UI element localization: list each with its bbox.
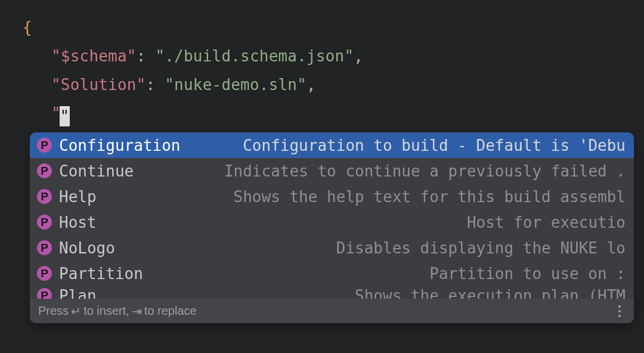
- popup-footer: Press ↵ to insert, ⇥ to replace: [30, 299, 634, 323]
- code-line-2: "$schema": "./build.schema.json",: [0, 42, 644, 70]
- autocomplete-popup[interactable]: P Configuration Configuration to build -…: [30, 132, 634, 323]
- suggestion-item[interactable]: P Help Shows the help text for this buil…: [30, 184, 634, 209]
- suggestion-name: Plan: [59, 287, 178, 299]
- property-icon: P: [37, 266, 52, 281]
- suggestion-desc: Partition to use on :: [178, 265, 626, 283]
- suggestion-name: Partition: [59, 265, 178, 283]
- suggestion-name: Host: [59, 213, 178, 231]
- json-key: "Solution": [51, 76, 146, 94]
- code-line-1: {: [0, 13, 644, 42]
- suggestion-item[interactable]: P Configuration Configuration to build -…: [30, 132, 634, 158]
- hint-text: Press: [38, 304, 69, 318]
- code-line-3: "Solution": "nuke-demo.sln",: [0, 70, 644, 99]
- suggestion-item[interactable]: P Partition Partition to use on :: [30, 261, 634, 286]
- tab-key-icon: ⇥: [132, 304, 142, 318]
- suggestion-name: NoLogo: [59, 239, 178, 257]
- suggestion-desc: Host for executio: [178, 213, 626, 231]
- suggestion-list[interactable]: P Configuration Configuration to build -…: [30, 132, 634, 299]
- suggestion-desc: Disables displaying the NUKE lo: [178, 239, 626, 257]
- code-editor[interactable]: { "$schema": "./build.schema.json", "Sol…: [0, 0, 644, 353]
- property-icon: P: [37, 240, 52, 255]
- brace-open: {: [23, 18, 32, 36]
- property-icon: P: [37, 163, 52, 178]
- json-value: "./build.schema.json": [155, 47, 354, 65]
- hint-text: to replace: [144, 304, 197, 318]
- suggestion-desc: Indicates to continue a previously faile…: [178, 162, 626, 180]
- property-icon: P: [37, 138, 52, 153]
- property-icon: P: [37, 189, 52, 204]
- suggestion-name: Configuration: [59, 137, 181, 154]
- footer-hint: Press ↵ to insert, ⇥ to replace: [38, 304, 614, 318]
- json-key: "$schema": [51, 47, 137, 65]
- enter-key-icon: ↵: [71, 304, 81, 318]
- suggestion-item[interactable]: P Host Host for executio: [30, 209, 634, 235]
- hint-text: to insert,: [83, 304, 129, 318]
- property-icon: P: [37, 288, 52, 299]
- suggestion-desc: Configuration to build - Default is 'Deb…: [181, 137, 626, 154]
- suggestion-item[interactable]: P NoLogo Disables displaying the NUKE lo: [30, 235, 634, 261]
- suggestion-item[interactable]: P Continue Indicates to continue a previ…: [30, 158, 634, 184]
- suggestion-desc: Shows the help text for this build assem…: [178, 188, 626, 206]
- property-icon: P: [37, 215, 52, 230]
- suggestion-desc: Shows the execution plan (HTM: [178, 287, 626, 299]
- json-value: "nuke-demo.sln": [165, 76, 306, 94]
- suggestion-name: Help: [59, 188, 178, 206]
- error-squiggle: [63, 122, 76, 126]
- more-options-icon[interactable]: [614, 305, 626, 317]
- suggestion-item[interactable]: P Plan Shows the execution plan (HTM: [30, 286, 634, 299]
- suggestion-name: Continue: [59, 162, 178, 180]
